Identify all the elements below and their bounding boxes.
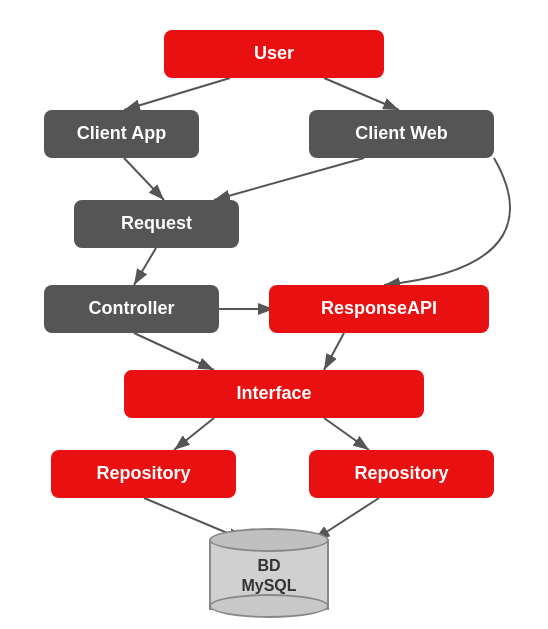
user-node: User bbox=[164, 30, 384, 78]
svg-line-11 bbox=[324, 418, 369, 450]
svg-line-4 bbox=[124, 158, 164, 200]
request-node: Request bbox=[74, 200, 239, 248]
svg-line-10 bbox=[174, 418, 214, 450]
db-label: BD MySQL bbox=[239, 556, 299, 598]
client-web-node: Client Web bbox=[309, 110, 494, 158]
svg-line-9 bbox=[324, 333, 344, 370]
response-api-node: ResponseAPI bbox=[269, 285, 489, 333]
client-app-node: Client App bbox=[44, 110, 199, 158]
interface-node: Interface bbox=[124, 370, 424, 418]
svg-line-3 bbox=[324, 78, 399, 110]
svg-line-8 bbox=[134, 333, 214, 370]
controller-node: Controller bbox=[44, 285, 219, 333]
architecture-diagram: User Client App Client Web Request Contr… bbox=[14, 10, 534, 620]
svg-line-2 bbox=[124, 78, 230, 110]
repository-left-node: Repository bbox=[51, 450, 236, 498]
svg-line-5 bbox=[214, 158, 364, 200]
repository-right-node: Repository bbox=[309, 450, 494, 498]
svg-line-6 bbox=[134, 248, 156, 285]
database-node: BD MySQL bbox=[209, 528, 329, 618]
